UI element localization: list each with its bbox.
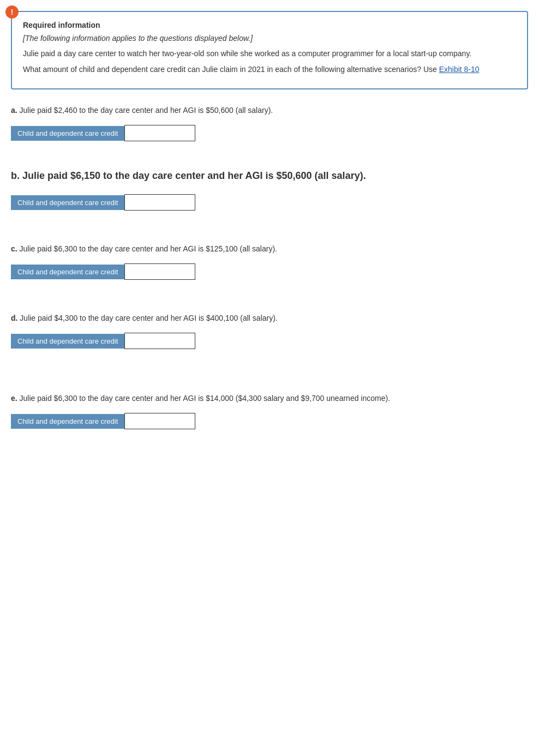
credit-row-e: Child and dependent care credit (11, 413, 528, 429)
section-c: c. Julie paid $6,300 to the day care cen… (11, 243, 528, 280)
question-d-text: d. Julie paid $4,300 to the day care cen… (11, 313, 528, 324)
credit-input-b[interactable] (124, 194, 195, 211)
credit-row-d: Child and dependent care credit (11, 333, 528, 349)
section-d: d. Julie paid $4,300 to the day care cen… (11, 313, 528, 349)
question-d-letter: d. (11, 314, 17, 322)
question-c-text: c. Julie paid $6,300 to the day care cen… (11, 243, 528, 255)
credit-label-a: Child and dependent care credit (11, 126, 124, 141)
question-e-text: e. Julie paid $6,300 to the day care cen… (11, 393, 528, 404)
question-a-body: Julie paid $2,460 to the day care center… (20, 106, 273, 115)
question-e-body: Julie paid $6,300 to the day care center… (20, 394, 390, 403)
question-a-letter: a. (11, 106, 17, 115)
credit-input-d[interactable] (124, 333, 195, 349)
question-d-body: Julie paid $4,300 to the day care center… (20, 314, 277, 322)
credit-row-b: Child and dependent care credit (11, 194, 528, 211)
question-c-body: Julie paid $6,300 to the day care center… (20, 244, 277, 253)
question-c-letter: c. (11, 244, 17, 253)
exhibit-link[interactable]: Exhibit 8-10 (439, 65, 480, 74)
section-a: a. Julie paid $2,460 to the day care cen… (11, 105, 528, 141)
alert-icon: ! (5, 5, 19, 19)
question-e-letter: e. (11, 394, 17, 403)
credit-input-c[interactable] (124, 263, 195, 280)
credit-row-a: Child and dependent care credit (11, 125, 528, 141)
credit-input-a[interactable] (124, 125, 195, 141)
question-b-letter: b. (11, 170, 20, 181)
question-a-text: a. Julie paid $2,460 to the day care cen… (11, 105, 528, 116)
subtitle: [The following information applies to th… (23, 34, 516, 43)
credit-label-d: Child and dependent care credit (11, 334, 124, 349)
question-b-text: b. Julie paid $6,150 to the day care cen… (11, 169, 528, 183)
required-info-title: Required information (23, 21, 516, 29)
credit-label-c: Child and dependent care credit (11, 265, 124, 279)
credit-row-c: Child and dependent care credit (11, 263, 528, 280)
paragraph1: Julie paid a day care center to watch he… (23, 48, 516, 59)
credit-label-e: Child and dependent care credit (11, 414, 124, 429)
section-e: e. Julie paid $6,300 to the day care cen… (11, 393, 528, 429)
credit-input-e[interactable] (124, 413, 195, 429)
paragraph2-text: What amount of child and dependent care … (23, 65, 437, 74)
question-b-body: Julie paid $6,150 to the day care center… (22, 170, 366, 181)
info-box: ! Required information [The following in… (11, 11, 528, 89)
paragraph2: What amount of child and dependent care … (23, 64, 516, 75)
section-b: b. Julie paid $6,150 to the day care cen… (11, 169, 528, 211)
credit-label-b: Child and dependent care credit (11, 195, 124, 210)
